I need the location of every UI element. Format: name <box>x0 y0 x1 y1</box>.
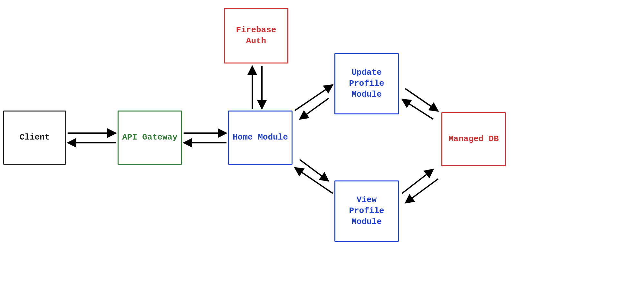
edge-update-db <box>402 89 438 119</box>
svg-line-8 <box>300 160 329 181</box>
edge-api-home <box>184 133 226 143</box>
node-managed-db: Managed DB <box>441 112 506 166</box>
node-api-gateway: API Gateway <box>118 111 182 165</box>
node-home-module: Home Module <box>228 111 293 165</box>
node-view-profile-label: View Profile Module <box>349 195 384 227</box>
edge-home-view <box>295 160 333 193</box>
svg-line-10 <box>405 89 438 111</box>
svg-line-7 <box>300 98 329 119</box>
edge-client-api <box>68 133 116 143</box>
node-update-profile: Update Profile Module <box>334 53 399 114</box>
svg-line-6 <box>295 85 333 111</box>
node-view-profile: View Profile Module <box>334 180 399 242</box>
node-client-label: Client <box>20 132 50 143</box>
node-managed-db-label: Managed DB <box>448 134 499 145</box>
node-api-gateway-label: API Gateway <box>122 132 178 143</box>
svg-line-13 <box>405 179 438 203</box>
node-update-profile-label: Update Profile Module <box>349 67 384 100</box>
edge-view-db <box>402 169 438 203</box>
svg-line-12 <box>402 169 433 193</box>
svg-line-11 <box>402 99 433 119</box>
diagram-canvas: Client API Gateway Firebase Auth Home Mo… <box>0 0 644 301</box>
node-firebase-auth-label: Firebase Auth <box>236 25 276 47</box>
node-home-module-label: Home Module <box>233 132 288 143</box>
node-firebase-auth: Firebase Auth <box>224 8 288 63</box>
node-client: Client <box>3 111 66 165</box>
svg-line-9 <box>295 168 333 193</box>
edge-home-update <box>295 85 333 119</box>
edge-home-firebase <box>252 66 262 109</box>
arrows-layer <box>0 0 644 301</box>
